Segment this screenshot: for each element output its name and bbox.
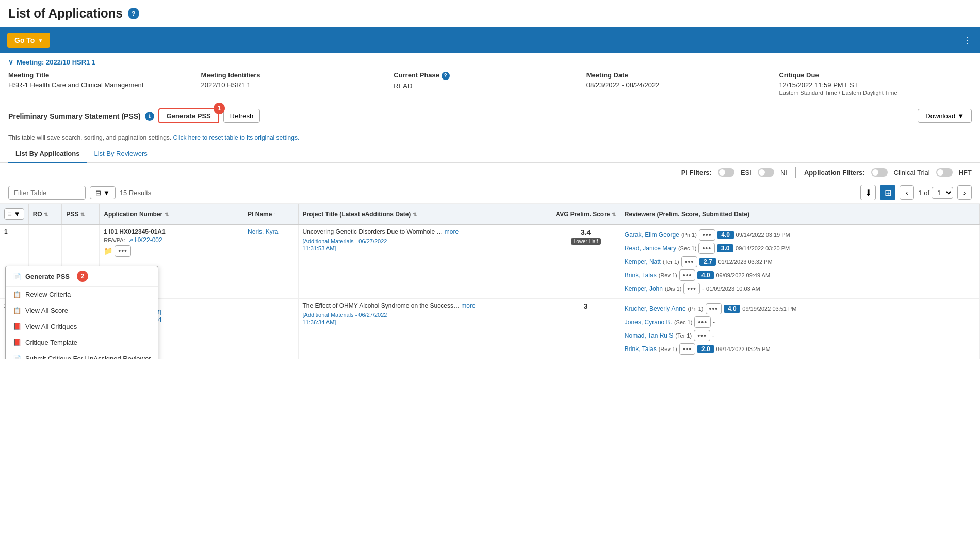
meeting-date-label: Meeting Date [586, 71, 771, 79]
reviewer-row: Brink, Talas (Rev 1) ••• 2.0 09/14/2022 … [625, 342, 975, 356]
tab-list-by-applications[interactable]: List By Applications [8, 146, 87, 163]
reviewer-2-2-dots[interactable]: ••• [694, 316, 711, 328]
row-1-rfapa-link[interactable]: ↗ HX22-002 [128, 236, 162, 244]
page-title: List of Applications [8, 6, 123, 21]
reviewer-1-3-score: 2.7 [699, 258, 716, 266]
reviewer-1-3-dots[interactable]: ••• [681, 256, 698, 267]
column-menu-button[interactable]: ≡ ▼ [4, 208, 24, 220]
filters-row: PI Filters: ESI NI Application Filters: … [0, 163, 980, 182]
reviewer-1-4-date: 09/09/2022 09:49 AM [716, 272, 770, 278]
row-2-reviewers: Krucher, Beverly Anne (Pri 1) ••• 4.0 09… [620, 299, 979, 359]
esi-toggle[interactable] [718, 168, 734, 177]
pss-controls-left: Preliminary Summary Statement (PSS) ℹ Ge… [8, 108, 260, 123]
reviewer-2-3-dots[interactable]: ••• [694, 330, 710, 341]
esi-label: ESI [741, 169, 752, 177]
reviewer-2-4-score: 2.0 [697, 345, 714, 353]
context-menu-view-all-score[interactable]: 📋 View All Score [6, 303, 158, 319]
reviewer-1-3-name[interactable]: Kemper, Natt [625, 258, 661, 265]
row-2-more-link[interactable]: more [461, 302, 475, 309]
reviewer-1-4-name[interactable]: Brink, Talas [625, 272, 657, 279]
reviewer-2-4-name[interactable]: Brink, Talas [625, 345, 657, 353]
column-select-button[interactable]: ⊟ ▼ [90, 186, 116, 199]
help-icon[interactable]: ? [128, 8, 139, 19]
next-page-button[interactable]: › [957, 185, 972, 200]
ni-toggle[interactable] [758, 168, 774, 177]
reviewer-1-2-dots[interactable]: ••• [698, 243, 715, 254]
row-1-score-value: 3.4 [556, 228, 616, 236]
critique-due-value: 12/15/2022 11:59 PM ESTEastern Standard … [779, 81, 963, 97]
reviewer-1-1-score: 4.0 [717, 231, 734, 239]
refresh-button[interactable]: Refresh [223, 109, 260, 123]
reviewer-2-1-name[interactable]: Krucher, Beverly Anne [625, 305, 686, 312]
download-arrow: ▼ [957, 112, 964, 120]
download-label: Download [925, 112, 955, 120]
reviewer-1-5-name[interactable]: Kemper, John [625, 285, 663, 292]
clinical-trial-toggle[interactable] [871, 168, 888, 177]
table-settings-bar: This table will save search, sorting, an… [0, 130, 980, 146]
filter-divider [795, 167, 796, 178]
row-1-appnum: 1 I01 HX012345-01A1 RFA/PA: ↗ HX22-002 📁… [100, 225, 243, 299]
row-2-additional-materials-link[interactable]: [Additional Materials - 06/27/202211:36:… [303, 312, 387, 325]
reviewer-1-4-dots[interactable]: ••• [679, 269, 696, 281]
critique-due-label: Critique Due [779, 71, 963, 79]
page-select[interactable]: 1 [932, 187, 953, 199]
grid-view-button[interactable]: ⊞ [880, 185, 895, 200]
download-table-button[interactable]: ⬇ [860, 185, 876, 200]
row-1-more-link[interactable]: more [445, 228, 459, 235]
prev-page-button[interactable]: ‹ [900, 185, 914, 200]
goto-button[interactable]: Go To ▼ [7, 33, 50, 48]
reviewer-1-1-name[interactable]: Garak, Elim George [625, 231, 679, 239]
page-header: List of Applications ? [0, 0, 980, 27]
reviewer-1-5-dots[interactable]: ••• [683, 283, 700, 294]
reset-settings-link[interactable]: Click here to reset table to its origina… [173, 134, 300, 141]
row-1-context-menu-trigger[interactable]: ••• [115, 245, 131, 257]
table-settings-text: This table will save search, sorting, an… [8, 134, 171, 141]
pss-info-icon[interactable]: ℹ [145, 112, 154, 121]
meeting-toggle[interactable]: ∨ Meeting: 2022/10 HSR1 1 [8, 58, 972, 66]
meeting-col-phase: Current Phase ? READ [394, 71, 586, 97]
col-select-arrow: ▼ [103, 189, 110, 197]
context-menu-review-criteria[interactable]: 📋 Review Criteria [6, 287, 158, 303]
phase-help-icon[interactable]: ? [442, 72, 450, 80]
table-controls-left: ⊟ ▼ 15 Results [8, 186, 151, 200]
reviewer-row: Nomad, Tan Ru S (Ter 1) ••• - [625, 329, 975, 342]
reviewer-2-3-name[interactable]: Nomad, Tan Ru S [625, 332, 674, 339]
table-controls-right: ⬇ ⊞ ‹ 1 of 1 › [860, 185, 972, 200]
row-1-pi-link[interactable]: Neris, Kyra [248, 228, 278, 235]
reviewer-1-2-name[interactable]: Read, Janice Mary [625, 245, 676, 252]
reviewer-2-2-name[interactable]: Jones, Cyrano B. [625, 319, 672, 326]
meeting-phase-label: Current Phase ? [394, 71, 578, 80]
download-button[interactable]: Download ▼ [918, 109, 972, 123]
context-menu-critique-template[interactable]: 📕 Critique Template [6, 335, 158, 351]
reviewer-2-1-dots[interactable]: ••• [706, 303, 722, 314]
filter-table-input[interactable] [8, 186, 86, 200]
review-criteria-icon: 📋 [13, 291, 21, 298]
reviewer-2-3-role: (Ter 1) [675, 332, 692, 339]
row-1-rfapa-ext-icon: ↗ [128, 237, 133, 244]
col-appnum-header: Application Number ⇅ [100, 204, 243, 225]
reviewer-2-4-dots[interactable]: ••• [679, 343, 696, 355]
col-reviewers-header: Reviewers (Prelim. Score, Submitted Date… [620, 204, 979, 225]
reviewer-row: Krucher, Beverly Anne (Pri 1) ••• 4.0 09… [625, 302, 975, 315]
context-menu-submit-critique[interactable]: 📄 Submit Critique For UnAssigned Reviewe… [6, 351, 158, 359]
reviewer-1-3-date: 01/12/2023 03:32 PM [718, 259, 772, 265]
meeting-title-value: HSR-1 Health Care and Clinical Managemen… [8, 81, 193, 89]
reviewer-1-1-dots[interactable]: ••• [699, 229, 715, 241]
reviewer-1-4-score: 4.0 [697, 271, 714, 279]
generate-pss-button[interactable]: Generate PSS [158, 108, 219, 123]
meeting-col-identifiers: Meeting Identifiers 2022/10 HSR1 1 [201, 71, 394, 97]
hft-toggle[interactable] [936, 168, 953, 177]
table-controls: ⊟ ▼ 15 Results ⬇ ⊞ ‹ 1 of 1 › [0, 182, 980, 204]
row-1-additional-materials-link[interactable]: [Additional Materials - 06/27/202211:31:… [303, 238, 387, 251]
context-menu-generate-pss[interactable]: 📄 Generate PSS 2 [6, 266, 158, 287]
tab-list-by-reviewers[interactable]: List By Reviewers [87, 146, 154, 163]
row-1-project-title: Uncovering Genetic Disorders Due to Worm… [303, 228, 547, 235]
context-menu-view-all-critiques[interactable]: 📕 View All Critiques [6, 319, 158, 335]
table-wrapper: ≡ ▼ RO ⇅ PSS ⇅ Application Number ⇅ PI N… [0, 204, 980, 359]
row-2-project-title: The Effect of OHMY Alcohol Syndrome on t… [303, 302, 547, 309]
row-1-folder-icon[interactable]: 📁 [104, 247, 112, 255]
meeting-toggle-label: Meeting: 2022/10 HSR1 1 [17, 58, 95, 66]
toolbar-more-icon[interactable]: ⋮ [962, 35, 973, 46]
row-2-project: The Effect of OHMY Alcohol Syndrome on t… [298, 299, 551, 359]
pss-controls-right: Download ▼ [918, 109, 972, 123]
